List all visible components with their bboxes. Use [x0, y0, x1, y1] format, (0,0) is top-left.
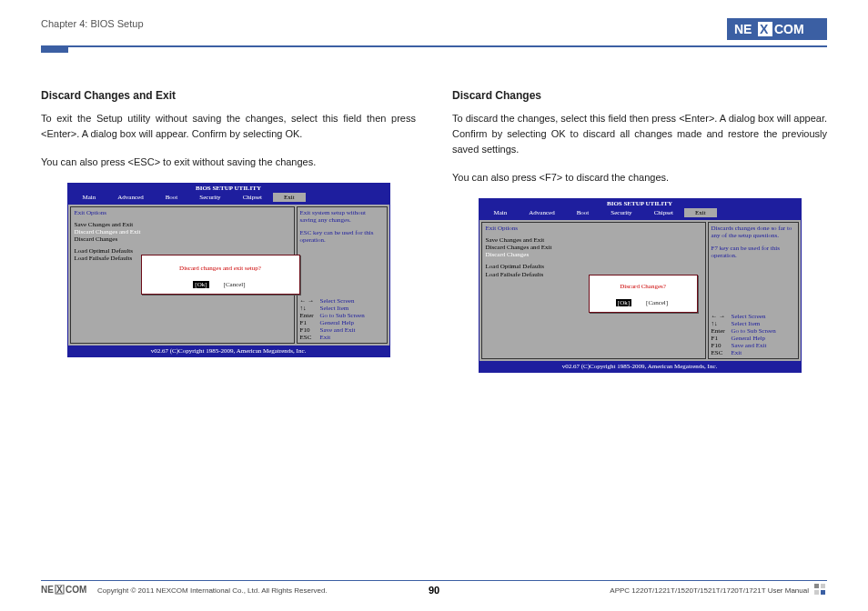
- bios-tab-exit[interactable]: Exit: [684, 208, 717, 217]
- bios-help-1: Exit system setup without saving any cha…: [300, 209, 384, 224]
- section-heading-right: Discard Changes: [452, 89, 827, 102]
- bios-screenshot-right: BIOS SETUP UTILITY Main Advanced Boot Se…: [479, 198, 802, 373]
- opt-save-exit[interactable]: Save Changes and Exit: [75, 221, 290, 228]
- key-enter: Enter: [712, 327, 732, 335]
- bios-tab-advanced[interactable]: Advanced: [106, 193, 154, 202]
- bios-help-2: F7 key can be used for this operation.: [712, 245, 795, 259]
- key-esc: ESC: [712, 349, 732, 356]
- bios-tab-security[interactable]: Security: [600, 208, 642, 217]
- footer-dots-icon: [814, 584, 827, 596]
- key-desc: Exit: [320, 334, 331, 341]
- svg-rect-12: [821, 590, 825, 595]
- dialog-question: Discard changes and exit setup?: [146, 265, 296, 272]
- key-updown: ↑↓: [300, 305, 320, 312]
- svg-text:NE: NE: [734, 22, 752, 36]
- key-f1: F1: [300, 319, 320, 326]
- bios-tab-chipset[interactable]: Chipset: [232, 193, 273, 202]
- bios-title: BIOS SETUP UTILITY: [68, 184, 389, 193]
- key-leftarrow: ← →: [300, 297, 320, 305]
- bios-tabs: Main Advanced Boot Security Chipset Exit: [479, 208, 801, 220]
- opt-discard[interactable]: Discard Changes: [75, 235, 290, 243]
- key-esc: ESC: [300, 334, 320, 341]
- key-f10: F10: [300, 326, 320, 334]
- bios-tab-main[interactable]: Main: [72, 193, 107, 202]
- key-f10: F10: [712, 342, 732, 349]
- key-desc: Go to Sub Screen: [320, 312, 365, 319]
- bios-tab-security[interactable]: Security: [188, 193, 231, 202]
- logo-nexcom: NE X COM: [727, 18, 827, 40]
- bios-tab-advanced[interactable]: Advanced: [518, 208, 565, 217]
- page-number: 90: [429, 585, 439, 596]
- footer-copyright: Copyright © 2011 NEXCOM International Co…: [97, 586, 328, 595]
- footer-logo: NE X COM: [41, 585, 92, 596]
- section-text-right-2: You can also press <F7> to discard the c…: [452, 170, 827, 185]
- key-desc: Select Screen: [320, 297, 355, 305]
- key-desc: Exit: [732, 349, 742, 356]
- key-desc: Select Item: [732, 320, 761, 327]
- key-f1: F1: [712, 335, 732, 342]
- bios-dialog: Discard changes and exit setup? [Ok] [Ca…: [141, 255, 300, 295]
- svg-text:COM: COM: [774, 22, 804, 36]
- bios-tab-boot[interactable]: Boot: [155, 193, 189, 202]
- key-desc: Save and Exit: [320, 326, 356, 334]
- svg-text:COM: COM: [66, 585, 86, 595]
- bios-help-2: ESC key can be used for this operation.: [300, 229, 384, 244]
- opt-discard[interactable]: Discard Changes: [486, 251, 701, 258]
- header-rule: [41, 45, 827, 47]
- opt-discard-exit[interactable]: Discard Changes and Exit: [75, 228, 290, 235]
- dialog-ok-button[interactable]: [Ok]: [193, 281, 208, 288]
- section-text-left-2: You can also press <ESC> to exit without…: [41, 155, 416, 170]
- bios-tab-exit[interactable]: Exit: [273, 193, 306, 202]
- svg-text:NE: NE: [41, 585, 54, 595]
- dialog-question: Discard Changes?: [593, 283, 693, 290]
- section-text-right-1: To discard the changes, select this fiel…: [452, 111, 827, 157]
- chapter-label: Chapter 4: BIOS Setup: [41, 18, 144, 29]
- footer-manual: APPC 1220T/1221T/1520T/1521T/1720T/1721T…: [610, 586, 809, 595]
- footer-rule: [41, 580, 827, 582]
- dialog-cancel-button[interactable]: [Cancel]: [222, 281, 247, 288]
- svg-rect-10: [821, 584, 825, 588]
- bios-keys: ← →Select Screen ↑↓Select Item EnterGo t…: [712, 313, 795, 356]
- svg-rect-11: [814, 590, 819, 595]
- key-desc: Save and Exit: [732, 342, 767, 349]
- key-leftarrow: ← →: [712, 313, 732, 320]
- key-updown: ↑↓: [712, 320, 732, 327]
- key-desc: General Help: [732, 335, 766, 342]
- key-desc: Select Screen: [732, 313, 766, 320]
- section-text-left-1: To exit the Setup utility without saving…: [41, 111, 416, 142]
- dialog-ok-button[interactable]: [Ok]: [616, 299, 631, 306]
- bios-tab-main[interactable]: Main: [483, 208, 519, 217]
- key-desc: Go to Sub Screen: [732, 327, 776, 335]
- opt-load-optimal[interactable]: Load Optimal Defaults: [486, 263, 701, 270]
- svg-text:X: X: [56, 585, 63, 595]
- dialog-cancel-button[interactable]: [Cancel]: [644, 299, 670, 306]
- header-tick: [41, 47, 68, 53]
- exit-options-label: Exit Options: [75, 209, 290, 216]
- bios-dialog: Discard Changes? [Ok] [Cancel]: [589, 275, 698, 313]
- bios-footer: v02.67 (C)Copyright 1985-2009, American …: [479, 361, 801, 372]
- opt-save-exit[interactable]: Save Changes and Exit: [486, 236, 701, 244]
- bios-tab-chipset[interactable]: Chipset: [643, 208, 684, 217]
- bios-keys: ← →Select Screen ↑↓Select Item EnterGo t…: [300, 297, 384, 341]
- svg-rect-9: [814, 584, 819, 588]
- bios-help-1: Discards changes done so far to any of t…: [712, 225, 795, 239]
- bios-footer: v02.67 (C)Copyright 1985-2009, American …: [68, 346, 389, 356]
- bios-tabs: Main Advanced Boot Security Chipset Exit: [68, 193, 389, 205]
- key-desc: Select Item: [320, 305, 349, 312]
- section-heading-left: Discard Changes and Exit: [41, 89, 416, 102]
- key-desc: General Help: [320, 319, 355, 326]
- key-enter: Enter: [300, 312, 320, 319]
- bios-title: BIOS SETUP UTILITY: [479, 199, 801, 208]
- opt-discard-exit[interactable]: Discard Changes and Exit: [486, 244, 701, 251]
- svg-text:X: X: [760, 22, 769, 36]
- bios-screenshot-left: BIOS SETUP UTILITY Main Advanced Boot Se…: [67, 183, 390, 357]
- exit-options-label: Exit Options: [486, 225, 701, 232]
- bios-tab-boot[interactable]: Boot: [566, 208, 601, 217]
